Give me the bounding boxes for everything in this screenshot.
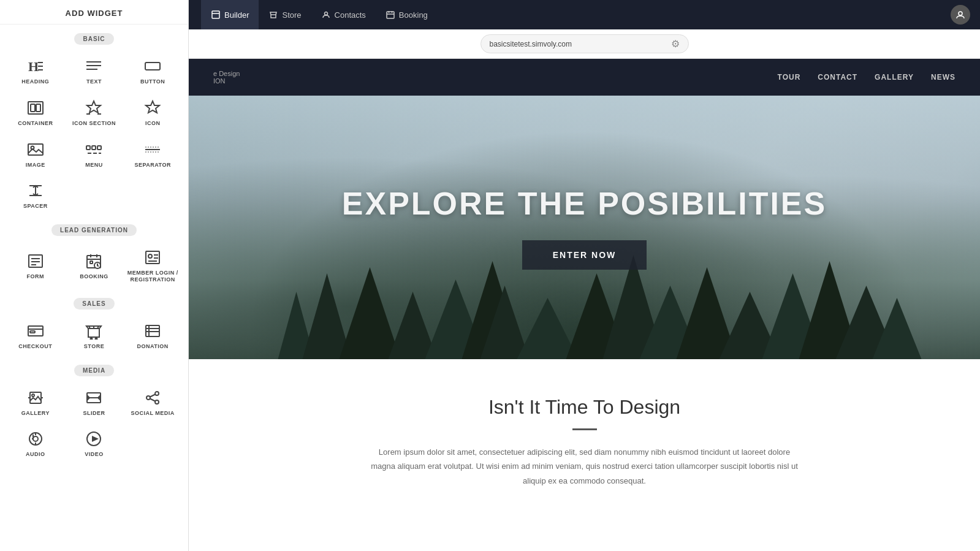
- svg-rect-19: [97, 146, 101, 150]
- nav-store[interactable]: Store: [259, 0, 311, 29]
- site-nav-gallery[interactable]: GALLERY: [875, 73, 914, 82]
- widget-container-label: CONTAINER: [18, 120, 53, 127]
- svg-marker-93: [517, 298, 579, 359]
- widget-separator-label: SEPARATOR: [134, 162, 171, 169]
- widget-menu[interactable]: MENU: [65, 133, 124, 175]
- nav-booking[interactable]: Booking: [376, 0, 438, 29]
- nav-contacts-label: Contacts: [335, 10, 366, 20]
- widget-gallery-label: GALLERY: [21, 410, 50, 417]
- svg-point-65: [146, 396, 150, 400]
- widget-text[interactable]: TEXT: [65, 50, 124, 91]
- svg-text:H: H: [28, 59, 39, 74]
- widget-video-label: VIDEO: [85, 451, 104, 458]
- site-nav-contact[interactable]: CONTACT: [818, 73, 857, 82]
- svg-point-70: [33, 436, 38, 441]
- svg-rect-10: [36, 104, 40, 112]
- svg-rect-48: [30, 331, 35, 333]
- site-logo-name: e Design: [213, 70, 778, 77]
- widget-icon[interactable]: ICON: [123, 91, 182, 133]
- url-bar[interactable]: basicsitetest.simvoly.com ⚙: [481, 34, 689, 53]
- container-icon: [25, 99, 47, 117]
- form-icon: [25, 252, 47, 270]
- widget-checkout[interactable]: CHECKOUT: [6, 314, 65, 356]
- hero-section: EXPLORE THE POSIBILITIES ENTER NOW: [189, 96, 980, 359]
- svg-rect-15: [28, 144, 43, 155]
- store-nav-icon: [268, 10, 278, 20]
- widget-form[interactable]: FORM: [6, 241, 65, 289]
- widget-container[interactable]: CONTAINER: [6, 91, 65, 133]
- url-settings-icon[interactable]: ⚙: [671, 38, 680, 50]
- icon-section-icon: [83, 99, 105, 117]
- booking-nav-icon: [386, 10, 395, 20]
- site-header: e Design ION TOUR CONTACT GALLERY NEWS: [189, 59, 980, 96]
- site-nav-tour[interactable]: TOUR: [778, 73, 801, 82]
- widget-booking[interactable]: BOOKING: [65, 241, 124, 289]
- widget-donation-label: DONATION: [137, 343, 168, 350]
- widget-text-label: TEXT: [86, 78, 102, 85]
- widget-image-label: IMAGE: [26, 162, 45, 169]
- svg-line-67: [150, 394, 155, 397]
- widget-button-label: BUTTON: [140, 78, 165, 85]
- svg-rect-7: [145, 63, 160, 70]
- site-logo-sub: ION: [213, 77, 778, 85]
- hero-button[interactable]: ENTER NOW: [522, 240, 647, 270]
- widget-slider[interactable]: SLIDER: [65, 381, 124, 423]
- audio-icon: [25, 430, 47, 448]
- preview-area: e Design ION TOUR CONTACT GALLERY NEWS: [189, 59, 980, 551]
- widget-store[interactable]: STORE: [65, 314, 124, 356]
- member-login-icon: [142, 248, 164, 267]
- widget-social-media[interactable]: SOCIAL MEDIA: [123, 381, 182, 423]
- svg-rect-75: [212, 11, 219, 18]
- basic-widget-grid: H HEADING TEXT: [0, 50, 188, 216]
- top-right: [951, 5, 970, 25]
- social-media-icon: [142, 389, 164, 407]
- nav-contacts[interactable]: Contacts: [311, 0, 376, 29]
- site-nav-news[interactable]: NEWS: [931, 73, 955, 82]
- svg-point-50: [96, 338, 97, 340]
- widget-icon-section[interactable]: ICON SECTION: [65, 91, 124, 133]
- svg-line-68: [150, 398, 155, 401]
- separator-icon: [142, 140, 164, 159]
- widget-menu-label: MENU: [85, 162, 103, 169]
- widget-panel: ADD WIDGET BASIC H HEADING: [0, 0, 189, 551]
- svg-point-82: [959, 12, 962, 15]
- section-label-sales: SALES: [74, 298, 114, 310]
- svg-point-64: [155, 392, 159, 395]
- widget-form-label: FORM: [27, 273, 45, 280]
- svg-rect-37: [90, 261, 93, 264]
- widget-checkout-label: CHECKOUT: [18, 343, 52, 350]
- widget-donation[interactable]: DONATION: [123, 314, 182, 356]
- widget-button[interactable]: BUTTON: [123, 50, 182, 91]
- lead-widget-grid: FORM BOOKING: [0, 241, 188, 289]
- section-label-basic: BASIC: [74, 33, 113, 45]
- widget-heading-label: HEADING: [21, 78, 49, 85]
- widget-member-login[interactable]: MEMBER LOGIN / REGISTRATION: [123, 241, 182, 289]
- widget-spacer-label: SPACER: [23, 203, 48, 210]
- button-icon: [142, 57, 164, 75]
- video-icon: [83, 430, 105, 448]
- widget-audio-label: AUDIO: [26, 451, 45, 458]
- widget-audio[interactable]: AUDIO: [6, 422, 65, 464]
- menu-icon: [83, 140, 105, 159]
- widget-heading[interactable]: H HEADING: [6, 50, 65, 91]
- svg-rect-17: [86, 146, 90, 150]
- image-icon: [25, 140, 47, 159]
- widget-video[interactable]: VIDEO: [65, 422, 124, 464]
- icon-icon: [142, 99, 164, 117]
- site-logo: e Design ION: [213, 70, 778, 85]
- widget-image[interactable]: IMAGE: [6, 133, 65, 175]
- widget-gallery[interactable]: GALLERY: [6, 381, 65, 423]
- widget-store-label: STORE: [84, 343, 104, 350]
- svg-point-59: [32, 394, 34, 397]
- user-avatar[interactable]: [951, 5, 970, 25]
- nav-booking-label: Booking: [399, 10, 428, 20]
- panel-title: ADD WIDGET: [0, 0, 188, 25]
- widget-spacer[interactable]: SPACER: [6, 174, 65, 216]
- svg-marker-74: [92, 436, 99, 442]
- widget-separator[interactable]: SEPARATOR: [123, 133, 182, 175]
- svg-marker-14: [146, 101, 159, 113]
- nav-builder[interactable]: Builder: [201, 0, 259, 29]
- svg-point-42: [148, 254, 152, 258]
- section-label-media: MEDIA: [74, 365, 114, 376]
- store-icon: [83, 322, 105, 340]
